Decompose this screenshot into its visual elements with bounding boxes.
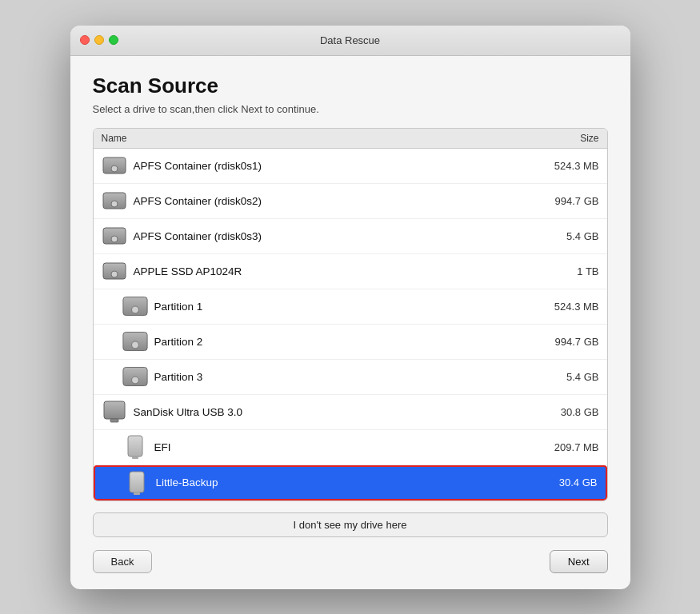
- drive-size: 524.3 MB: [535, 160, 599, 172]
- drive-size: 5.4 GB: [535, 230, 599, 242]
- dont-see-drive-button[interactable]: I don't see my drive here: [93, 512, 608, 537]
- close-button[interactable]: [80, 35, 90, 45]
- minimize-button[interactable]: [94, 35, 104, 45]
- drive-size: 30.8 GB: [535, 406, 599, 418]
- drive-table: Name Size APFS Container (rdisk0s1)524.3…: [93, 128, 608, 501]
- drive-name: SanDisk Ultra USB 3.0: [134, 406, 535, 418]
- drive-icon: [102, 225, 127, 247]
- drive-row[interactable]: Partition 1524.3 MB: [94, 289, 607, 325]
- svg-point-13: [131, 377, 138, 384]
- table-header: Name Size: [94, 129, 607, 149]
- drive-row[interactable]: SanDisk Ultra USB 3.030.8 GB: [94, 395, 607, 430]
- traffic-lights: [80, 35, 118, 45]
- drive-name: Partition 3: [154, 371, 535, 383]
- footer-buttons: Back Next: [93, 550, 608, 573]
- main-content: Scan Source Select a drive to scan,then …: [70, 56, 630, 589]
- drive-row[interactable]: Little-Backup30.4 GB: [94, 465, 607, 500]
- svg-point-7: [111, 271, 118, 277]
- drive-icon: [122, 295, 148, 317]
- drive-icon: [102, 189, 127, 212]
- drive-row[interactable]: APFS Container (rdisk0s3)5.4 GB: [94, 219, 607, 254]
- app-window: Data Rescue Scan Source Select a drive t…: [70, 26, 630, 589]
- drive-name: Partition 1: [154, 301, 535, 313]
- col-size-header: Size: [580, 133, 598, 144]
- svg-rect-15: [110, 419, 118, 422]
- back-button[interactable]: Back: [93, 550, 153, 573]
- drive-icon: [102, 260, 127, 282]
- page-title: Scan Source: [93, 74, 608, 98]
- svg-point-3: [111, 201, 118, 207]
- drive-icon: [124, 472, 150, 494]
- titlebar: Data Rescue: [70, 26, 630, 56]
- drive-icon: [122, 365, 148, 388]
- drive-row[interactable]: Partition 2994.7 GB: [94, 325, 607, 360]
- svg-point-5: [111, 236, 118, 242]
- drive-name: EFI: [154, 441, 535, 453]
- maximize-button[interactable]: [109, 35, 118, 45]
- bottom-section: I don't see my drive here Back Next: [93, 512, 608, 573]
- drive-row[interactable]: EFI209.7 MB: [94, 430, 607, 465]
- drive-size: 5.4 GB: [535, 371, 599, 383]
- svg-point-1: [111, 165, 118, 172]
- drive-name: Little-Backup: [156, 476, 534, 488]
- drive-row[interactable]: Partition 35.4 GB: [94, 360, 607, 395]
- drive-row[interactable]: APFS Container (rdisk0s1)524.3 MB: [94, 149, 607, 184]
- drive-row[interactable]: APFS Container (rdisk0s2)994.7 GB: [94, 184, 607, 219]
- svg-point-11: [131, 341, 138, 349]
- drive-name: APPLE SSD AP1024R: [134, 265, 535, 277]
- drive-size: 30.4 GB: [534, 476, 598, 488]
- drive-row[interactable]: APPLE SSD AP1024R1 TB: [94, 254, 607, 289]
- svg-rect-14: [104, 401, 125, 419]
- drive-size: 994.7 GB: [535, 336, 599, 348]
- svg-rect-19: [134, 492, 140, 495]
- drive-icon: [122, 330, 148, 353]
- drive-size: 209.7 MB: [535, 441, 599, 453]
- drive-size: 524.3 MB: [535, 301, 599, 313]
- svg-point-9: [131, 306, 138, 313]
- svg-rect-18: [130, 472, 144, 492]
- svg-rect-16: [128, 436, 142, 457]
- drive-icon: [122, 436, 148, 458]
- drive-size: 1 TB: [535, 265, 599, 277]
- drive-name: Partition 2: [154, 336, 535, 348]
- drive-size: 994.7 GB: [535, 195, 599, 207]
- page-subtitle: Select a drive to scan,then click Next t…: [93, 103, 608, 115]
- drive-name: APFS Container (rdisk0s1): [134, 160, 535, 172]
- svg-rect-17: [132, 457, 138, 459]
- drive-name: APFS Container (rdisk0s3): [134, 230, 535, 242]
- col-name-header: Name: [102, 133, 127, 144]
- drive-name: APFS Container (rdisk0s2): [134, 195, 535, 207]
- drive-icon: [102, 401, 127, 423]
- drive-list: APFS Container (rdisk0s1)524.3 MB APFS C…: [94, 149, 607, 500]
- window-title: Data Rescue: [320, 34, 380, 46]
- drive-icon: [102, 154, 127, 177]
- next-button[interactable]: Next: [550, 550, 608, 573]
